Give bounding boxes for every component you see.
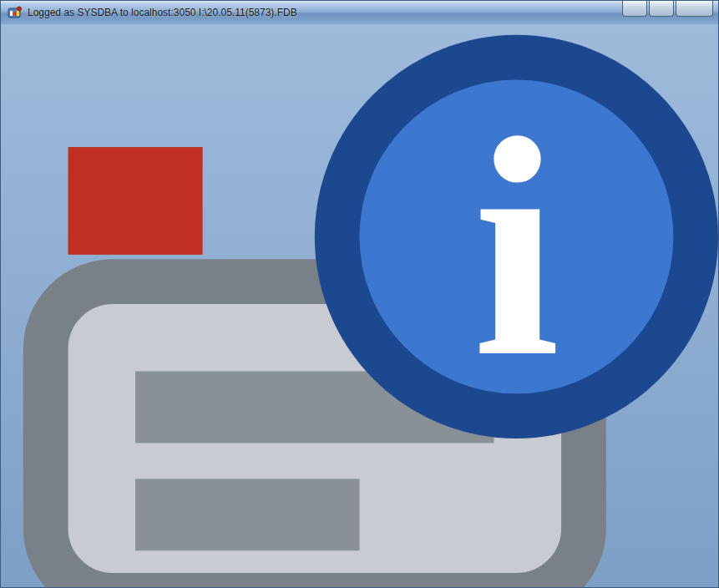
- close-button[interactable]: [676, 1, 713, 17]
- app-icon: [8, 6, 23, 19]
- maximize-button[interactable]: [649, 1, 674, 17]
- title-bar[interactable]: Logged as SYSDBA to localhost:3050 I:\20…: [1, 1, 718, 24]
- connect-db-icon: i: [1, 13, 718, 588]
- app-window: Logged as SYSDBA to localhost:3050 I:\20…: [0, 0, 719, 588]
- connect-button[interactable]: i Connect to FBScanner log base...: [1, 13, 718, 588]
- main-toolbar: i Connect to FBScanner log base... Find.…: [1, 13, 718, 588]
- minimize-button[interactable]: [622, 1, 647, 17]
- svg-text:i: i: [473, 74, 560, 421]
- window-title: Logged as SYSDBA to localhost:3050 I:\20…: [28, 7, 297, 18]
- client-area: File View Configuration Help i Connect t…: [1, 1, 718, 588]
